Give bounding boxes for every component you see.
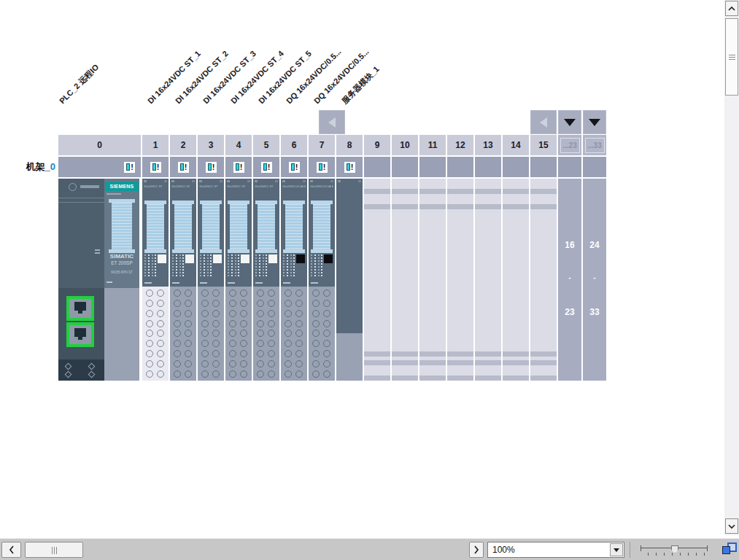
- diagnostic-status-icon[interactable]: !: [178, 162, 189, 173]
- module-slot-6-dq[interactable]: 16x24VDC/0.5A ST: [281, 179, 307, 381]
- vertical-scrollbar[interactable]: [724, 0, 739, 535]
- module-glyph: [126, 163, 130, 171]
- scroll-down-button[interactable]: [725, 518, 738, 534]
- ethernet-port-1[interactable]: [66, 296, 94, 321]
- vertical-scrollbar-thumb[interactable]: [725, 18, 738, 96]
- divider: [58, 198, 104, 198]
- module-slot-7-dq[interactable]: 16x24VDC/0.5A ST: [309, 179, 335, 381]
- im-family-text: SIMATIC: [104, 253, 139, 260]
- module-area-6: 16x24VDC/0.5A ST: [281, 179, 307, 381]
- tiny-marks: [199, 180, 202, 182]
- collapse-left-button-mid[interactable]: [319, 110, 345, 134]
- down-triangle-icon: [589, 119, 600, 126]
- rack-row-cell-6: !: [281, 157, 307, 177]
- zoom-dropdown-button[interactable]: [610, 543, 623, 556]
- module-slot-14-empty[interactable]: [503, 179, 529, 381]
- diagnostic-status-icon[interactable]: !: [317, 162, 328, 173]
- slot-column-12: 12: [447, 135, 473, 381]
- tiny-marks: [330, 180, 333, 182]
- collapsed-header-1[interactable]: ...33: [583, 135, 606, 155]
- slot-column-14: 14: [503, 135, 529, 381]
- module-type-print: 16x24VDC ST: [144, 184, 167, 188]
- module-area-8: [336, 179, 363, 381]
- tiny-marks: [310, 180, 313, 182]
- module-slot-1-di[interactable]: 16x24VDC ST: [142, 179, 169, 381]
- range-text: -: [558, 273, 581, 281]
- module-slot-0-im[interactable]: SIEMENSSIMATICET 200SPIM155-6PN ST: [58, 179, 141, 381]
- tiny-marks: [95, 249, 100, 251]
- rack-row-cell-3: !: [198, 157, 224, 177]
- slot-header-5: 5: [253, 135, 279, 155]
- module-slot-4-di[interactable]: 16x24VDC ST: [225, 179, 252, 381]
- rack-row-cell-9: [364, 157, 390, 177]
- exclamation-glyph: !: [157, 163, 160, 171]
- diagnostic-status-icon[interactable]: !: [233, 162, 244, 173]
- slot-header-6: 6: [281, 135, 307, 155]
- siemens-logo: SIEMENS: [105, 182, 139, 191]
- collapse-left-button-end[interactable]: [530, 110, 557, 134]
- module-glyph: [263, 163, 267, 171]
- module-slot-9-empty[interactable]: [364, 179, 390, 381]
- module-slot-15-empty[interactable]: [530, 179, 557, 381]
- scroll-right-button[interactable]: [469, 542, 484, 558]
- ethernet-port-2[interactable]: [66, 322, 94, 347]
- collapsed-header-0[interactable]: ...23: [558, 135, 581, 155]
- im-series-text: ET 200SP: [104, 260, 139, 265]
- grip-icon: [729, 57, 735, 58]
- slot-header-12: 12: [447, 135, 473, 155]
- collapsed-header-label: ...33: [585, 138, 605, 153]
- module-slot-2-di[interactable]: 16x24VDC ST: [170, 179, 196, 381]
- pwr-mark: [255, 282, 263, 284]
- module-type-print: 16x24VDC ST: [255, 184, 278, 188]
- rack-name-prefix: 机架_: [26, 161, 50, 172]
- dropdown-arrow-icon: [614, 548, 619, 552]
- bus-connector: [109, 199, 135, 253]
- module-slot-11-empty[interactable]: [419, 179, 446, 381]
- rack-row-cell-11: [419, 157, 446, 177]
- diagnostic-status-icon[interactable]: !: [289, 162, 300, 173]
- label-square: [185, 254, 194, 263]
- diagnostic-status-icon[interactable]: !: [150, 162, 161, 173]
- module-slot-13-empty[interactable]: [475, 179, 501, 381]
- module-slot-10-empty[interactable]: [392, 179, 418, 381]
- module-area-7: 16x24VDC/0.5A ST: [309, 179, 335, 381]
- module-body: 16x24VDC/0.5A ST: [309, 179, 335, 287]
- rack-row-cell-8: !: [336, 157, 363, 177]
- split-editor-icon[interactable]: [722, 542, 737, 558]
- expand-slots-16-23-button[interactable]: [558, 110, 581, 134]
- diagnostic-status-icon[interactable]: !: [124, 162, 135, 173]
- collapsed-slots-panel-0[interactable]: 16-23: [558, 179, 581, 381]
- module-base: [336, 333, 363, 381]
- diagnostic-status-icon[interactable]: !: [261, 162, 272, 173]
- range-text: 24: [583, 240, 606, 250]
- device-label-slot-0[interactable]: PLC_2 远程IO: [58, 63, 101, 106]
- scroll-left-button[interactable]: [1, 542, 21, 558]
- module-glyph: [236, 163, 239, 171]
- slot-column-7: 7!16x24VDC/0.5A ST: [309, 135, 335, 381]
- tiny-marks: [247, 180, 250, 182]
- module-body: 16x24VDC ST: [170, 179, 196, 287]
- range-text: -: [583, 273, 606, 281]
- module-glyph: [152, 163, 156, 171]
- zoom-slider[interactable]: [641, 545, 708, 556]
- slot-column-6: 6!16x24VDC/0.5A ST: [281, 135, 307, 381]
- zoom-combobox[interactable]: 100%: [487, 542, 624, 558]
- module-slot-3-di[interactable]: 16x24VDC ST: [198, 179, 224, 381]
- scroll-up-button[interactable]: [725, 1, 738, 16]
- diagnostic-status-icon[interactable]: !: [206, 162, 217, 173]
- diagnostic-status-icon[interactable]: !: [344, 162, 355, 173]
- module-slot-12-empty[interactable]: [447, 179, 473, 381]
- pwr-mark: [283, 282, 290, 284]
- module-slot-8-server[interactable]: [336, 179, 363, 381]
- expand-slots-24-33-button[interactable]: [583, 110, 606, 134]
- collapsed-header-label: ...23: [560, 138, 580, 153]
- led-indicators: [144, 254, 158, 276]
- pwr-mark: [144, 282, 152, 284]
- collapsed-slots-panel-1[interactable]: 24-33: [583, 179, 606, 381]
- module-slot-5-di[interactable]: 16x24VDC ST: [253, 179, 279, 381]
- led-indicators: [283, 254, 297, 276]
- rack-name[interactable]: 机架_0: [0, 160, 55, 174]
- ethernet-ports: [66, 296, 94, 349]
- horizontal-scrollbar-thumb[interactable]: [25, 542, 83, 558]
- rack-row-cell-2: !: [170, 157, 196, 177]
